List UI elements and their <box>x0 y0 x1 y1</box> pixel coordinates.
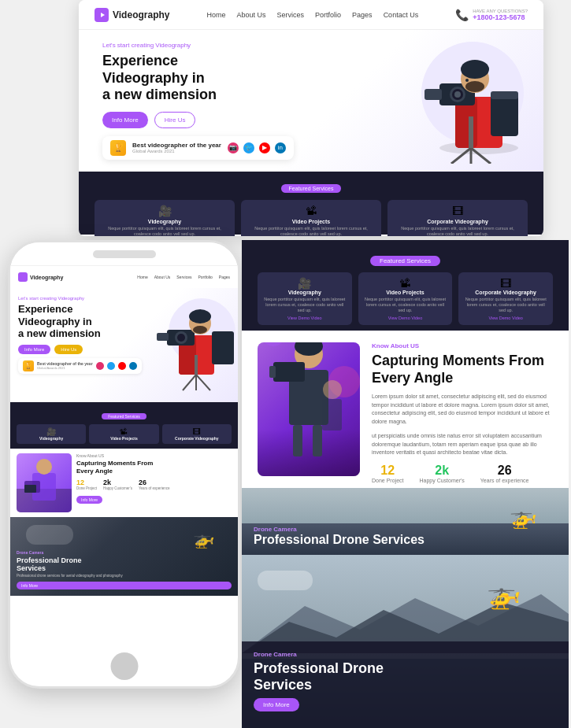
mob-drone-cloud <box>26 525 73 545</box>
right-stat-num-0: 12 <box>380 464 395 477</box>
hero-person-illustration <box>410 34 536 164</box>
mob-instagram-icon[interactable] <box>96 362 104 370</box>
mob-badge-sub: Global Awards 2021 <box>37 366 93 370</box>
right-service-title-0: Videography <box>264 290 346 295</box>
service-title-0: Videography <box>101 219 228 224</box>
service-card-videography: 🎥 Videography Neque porttitor quisquam e… <box>95 200 235 236</box>
right-service-icon-0: 🎥 <box>264 277 346 290</box>
right-service-link-0[interactable]: View Demo Video <box>264 316 346 320</box>
svg-point-32 <box>189 309 211 323</box>
mob-twitter-icon[interactable] <box>107 362 115 370</box>
mob-stat-0: 12 Done Project <box>76 479 97 490</box>
service-desc-2: Neque porttitor quisquam elit, quis lalo… <box>394 226 521 236</box>
drone-tag: Drone Camera <box>254 651 557 658</box>
desktop-hero: Let's start creating Videography Experie… <box>79 30 543 172</box>
mob-about-btn[interactable]: Info More <box>76 496 102 504</box>
mob-hero-title: Experience Videography in a new dimensio… <box>18 303 128 340</box>
right-stat-1: 2k Happy Customer's <box>419 464 464 483</box>
video-projects-icon: 📽 <box>247 205 375 217</box>
nav-about[interactable]: About Us <box>237 11 266 19</box>
mob-drone-icon: 🚁 <box>193 529 214 549</box>
mob-stat-1: 2k Happy Customer's <box>103 479 132 490</box>
right-stat-label-0: Done Project <box>372 478 403 483</box>
svg-rect-5 <box>491 93 518 136</box>
youtube-icon[interactable]: ▶ <box>259 142 270 153</box>
svg-point-48 <box>323 380 342 399</box>
service-desc-1: Neque porttitor quisquam elit, quis lalo… <box>247 226 375 236</box>
services-badge-text: Featured Services <box>281 184 342 193</box>
mob-nav-about[interactable]: About Us <box>154 275 171 279</box>
badge-main-text: Best videographer of the year <box>132 142 221 149</box>
mob-linkedin-icon[interactable] <box>129 362 137 370</box>
services-badge: Featured Services <box>95 179 528 194</box>
phone-number[interactable]: +1800-123-5678 <box>473 13 528 21</box>
award-badge: 🏆 Best videographer of the year Global A… <box>102 136 294 160</box>
right-stat-num-2: 26 <box>498 464 512 477</box>
right-stat-0: 12 Done Project <box>372 464 403 483</box>
nav-contact[interactable]: Contact Us <box>384 11 419 19</box>
mob-service-icon-1: 📽 <box>92 427 155 436</box>
right-service-0: 🎥 Videography Neque porttitor quisquam e… <box>258 272 352 325</box>
right-service-link-2[interactable]: View Demo Video <box>465 316 547 320</box>
mob-know-tag: Know About US <box>76 453 232 458</box>
nav-home[interactable]: Home <box>207 11 226 19</box>
right-drone-preview: 🚁 Drone Camera Professional Drone Servic… <box>242 488 569 555</box>
mob-info-button[interactable]: Info More <box>18 345 50 354</box>
right-about-desc: Lorem ipsum dolor sit amet, consectetur … <box>372 393 553 426</box>
right-service-link-1[interactable]: View Demo Video <box>365 316 447 320</box>
right-service-2: 🎞 Corporate Videography Neque porttitor … <box>458 272 553 325</box>
right-service-icon-2: 🎞 <box>465 277 547 290</box>
nav-pages[interactable]: Pages <box>352 11 373 19</box>
mob-stat-2: 26 Years of experience <box>139 479 170 490</box>
mob-service-title-1: Video Projects <box>92 436 155 441</box>
mob-drone-btn[interactable]: Info More <box>17 582 232 589</box>
service-desc-0: Neque porttitor quisquam elit, quis lalo… <box>101 226 228 236</box>
right-about-content: Know About US Capturing Moments From Eve… <box>372 342 553 476</box>
svg-rect-15 <box>425 89 442 100</box>
svg-rect-26 <box>195 355 198 375</box>
svg-rect-49 <box>322 399 342 431</box>
mob-service-0: 🎥 Videography <box>17 424 86 444</box>
drone-btn[interactable]: Info More <box>254 698 299 711</box>
mob-hire-button[interactable]: Hire Us <box>54 345 83 354</box>
svg-rect-43 <box>269 366 276 378</box>
hire-us-button[interactable]: Hire Us <box>154 112 196 128</box>
mob-award-badge: 🏆 Best videographer of the year Global A… <box>18 358 142 374</box>
nav-portfolio[interactable]: Portfolio <box>315 11 341 19</box>
linkedin-icon[interactable]: in <box>275 142 286 153</box>
mob-service-icon-2: 🎞 <box>165 427 228 436</box>
twitter-icon[interactable]: 🐦 <box>243 142 254 153</box>
svg-rect-42 <box>273 362 305 382</box>
mobile-hero: Let's start creating Videography Experie… <box>10 288 238 402</box>
mob-nav-services[interactable]: Services <box>176 275 191 279</box>
mob-services-grid: 🎥 Videography 📽 Video Projects 🎞 Corpora… <box>17 424 232 444</box>
right-services-grid: 🎥 Videography Neque porttitor quisquam e… <box>258 272 553 325</box>
mobile-logo-text: Videography <box>30 275 63 280</box>
mob-nav-portfolio[interactable]: Portfolio <box>198 275 212 279</box>
mob-youtube-icon[interactable] <box>118 362 126 370</box>
svg-line-25 <box>196 375 210 390</box>
mob-nav-pages[interactable]: Pages <box>219 275 230 279</box>
mob-stat-label-0: Done Project <box>76 486 97 490</box>
drone-content: Drone Camera Professional Drone Services… <box>242 641 569 728</box>
desktop-mockup: Videography Home About Us Services Portf… <box>79 0 543 236</box>
desktop-contact: 📞 HAVE ANY QUESTIONS? +1800-123-5678 <box>455 9 528 21</box>
mobile-about: Know About US Capturing Moments From Eve… <box>10 449 238 517</box>
mobile-home-button[interactable] <box>110 652 138 680</box>
right-service-1: 📽 Video Projects Neque porttitor quisqua… <box>358 272 453 325</box>
mobile-scroll-content: Videography Home About Us Services Portf… <box>10 266 238 686</box>
mobile-logo: Videography <box>18 272 63 282</box>
right-stat-label-1: Happy Customer's <box>419 478 464 483</box>
info-more-button[interactable]: Info More <box>102 112 148 128</box>
mobile-notch <box>93 250 156 258</box>
videography-icon: 🎥 <box>101 205 228 217</box>
right-stat-label-2: Years of experience <box>480 478 529 483</box>
mobile-nav: Videography Home About Us Services Portf… <box>10 266 238 288</box>
mobile-logo-icon <box>18 272 28 282</box>
instagram-icon[interactable]: 📷 <box>228 142 239 153</box>
right-about-image <box>258 342 360 476</box>
mob-nav-home[interactable]: Home <box>137 275 147 279</box>
mob-stat-num-2: 26 <box>139 479 146 486</box>
nav-services[interactable]: Services <box>277 11 305 19</box>
svg-rect-22 <box>212 331 234 364</box>
